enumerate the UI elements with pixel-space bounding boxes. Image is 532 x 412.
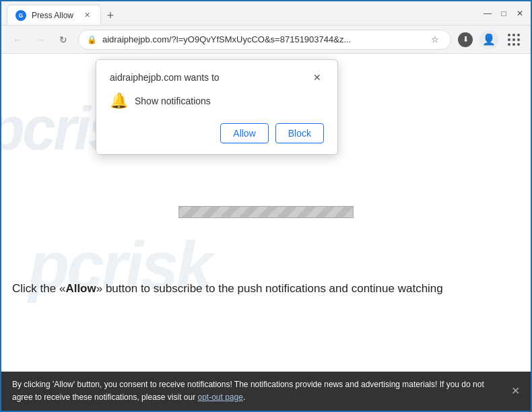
lock-icon: 🔒: [87, 35, 97, 44]
allow-button[interactable]: Allow: [220, 123, 268, 143]
block-button[interactable]: Block: [275, 123, 324, 143]
popup-actions: Allow Block: [110, 123, 324, 143]
maximize-button[interactable]: □: [498, 8, 509, 19]
tab-area: G Press Allow ✕ +: [7, 1, 473, 25]
back-button[interactable]: ←: [9, 32, 26, 48]
title-bar: G Press Allow ✕ + — □ ✕: [1, 1, 531, 26]
popup-title: aidraiphejpb.com wants to: [110, 72, 220, 83]
download-icon[interactable]: ⬇: [458, 32, 473, 47]
bottom-bar-text-after: .: [243, 392, 245, 402]
notification-label: Show notifications: [135, 96, 211, 106]
bottom-bar-close-button[interactable]: ✕: [508, 384, 523, 399]
url-actions: ☆: [428, 32, 442, 47]
popup-close-button[interactable]: ✕: [310, 71, 324, 84]
bell-icon: 🔔: [110, 92, 128, 110]
popup-header: aidraiphejpb.com wants to ✕: [110, 71, 324, 84]
menu-dot: [508, 38, 510, 41]
active-tab[interactable]: G Press Allow ✕: [7, 5, 101, 25]
page-instruction: Click the «Allow» button to subscribe to…: [12, 280, 520, 298]
window-controls: — □ ✕: [482, 8, 525, 19]
menu-dot: [512, 38, 515, 41]
minimize-button[interactable]: —: [482, 8, 493, 19]
new-tab-button[interactable]: +: [101, 6, 120, 25]
menu-dot: [512, 34, 515, 36]
bookmark-icon[interactable]: ☆: [428, 32, 442, 47]
refresh-button[interactable]: ↻: [55, 32, 71, 48]
bottom-notification-bar: By clicking 'Allow' button, you consent …: [1, 372, 531, 411]
loading-bar: [178, 206, 354, 218]
bottom-bar-text-before: By clicking 'Allow' button, you consent …: [12, 380, 484, 402]
menu-dot: [508, 43, 510, 46]
menu-dot: [517, 38, 520, 41]
menu-dot: [517, 34, 520, 36]
allow-emphasis: Allow: [65, 282, 96, 295]
url-bar[interactable]: 🔒 aidraiphejpb.com/?l=yO9QvYfSMxUycCO&s=…: [78, 30, 451, 50]
close-button[interactable]: ✕: [514, 8, 525, 19]
forward-button[interactable]: →: [32, 32, 48, 48]
url-text: aidraiphejpb.com/?l=yO9QvYfSMxUycCO&s=87…: [102, 34, 422, 44]
popup-notification-row: 🔔 Show notifications: [110, 92, 324, 110]
tab-close-button[interactable]: ✕: [81, 10, 92, 21]
address-bar: ← → ↻ 🔒 aidraiphejpb.com/?l=yO9QvYfSMxUy…: [1, 26, 531, 54]
tab-favicon: G: [15, 10, 26, 21]
notification-popup: aidraiphejpb.com wants to ✕ 🔔 Show notif…: [96, 59, 338, 155]
menu-button[interactable]: [505, 31, 523, 48]
browser-window: G Press Allow ✕ + — □ ✕ ← → ↻ �: [0, 0, 532, 412]
menu-dot: [512, 43, 515, 46]
page-content: pcrisk pcrisk Click the «Allow» button t…: [1, 54, 531, 372]
opt-out-link[interactable]: opt-out page: [197, 392, 242, 402]
tab-title: Press Allow: [32, 11, 73, 20]
menu-dot: [517, 43, 520, 46]
profile-button[interactable]: 👤: [479, 30, 498, 49]
menu-dot: [508, 34, 510, 36]
